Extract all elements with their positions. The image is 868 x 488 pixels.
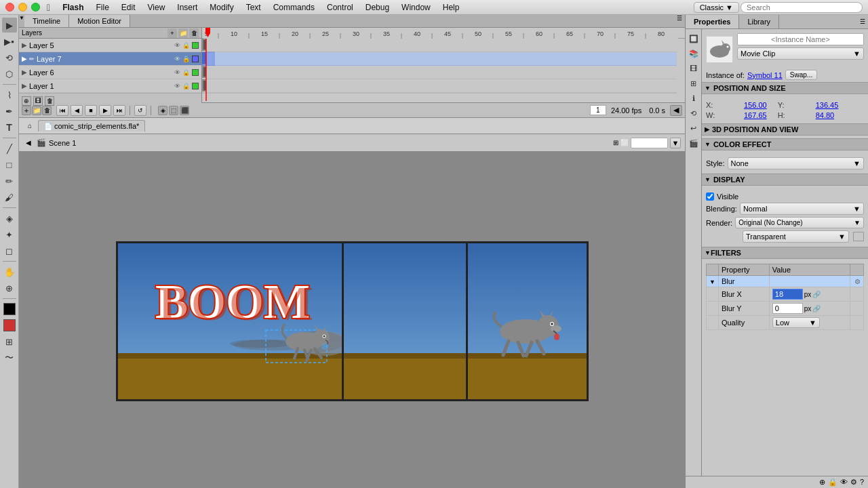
filters-header[interactable]: ▼ FILTERS (702, 247, 868, 259)
layer-row[interactable]: ▶ Layer 5 👁 🔒 (19, 39, 201, 52)
layer-row3[interactable]: ▶ Layer 6 👁 🔒 (19, 66, 201, 79)
snap-tool[interactable]: ⊞ (2, 334, 17, 349)
x-value[interactable]: 156.00 (744, 101, 767, 109)
maximize-button[interactable] (31, 3, 40, 12)
lock-icon4[interactable]: 🔒 (182, 83, 190, 89)
tab-library[interactable]: Library (739, 15, 779, 28)
status-icon-4[interactable]: ⚙ (850, 478, 857, 487)
text-tool[interactable]: T (2, 120, 17, 135)
tab-timeline[interactable]: Timeline (24, 15, 69, 27)
timeline-collapse[interactable]: ▼ (19, 15, 24, 21)
eye-icon4[interactable]: 👁 (174, 83, 180, 89)
add-layer-ctrl-btn[interactable]: + (22, 106, 31, 115)
blur-x-link-icon[interactable]: 🔗 (812, 291, 821, 298)
free-transform-tool[interactable]: ⟲ (2, 50, 17, 65)
align-icon[interactable]: ⊞ (687, 77, 701, 90)
scene-icon2[interactable]: 🎬 (687, 136, 701, 150)
blending-dropdown[interactable]: Normal ▼ (740, 203, 864, 215)
subselect-tool[interactable]: ▶▪ (2, 34, 17, 49)
stop-btn[interactable]: ■ (85, 105, 97, 116)
layer-row4[interactable]: ▶ Layer 1 👁 🔒 (19, 79, 201, 93)
library-icon[interactable]: 📚 (687, 47, 701, 60)
history-icon[interactable]: ↩ (687, 121, 701, 135)
zoom-tool[interactable]: ⊕ (2, 281, 17, 296)
color-picker-btn[interactable] (853, 232, 864, 241)
menu-control[interactable]: Control (321, 1, 359, 14)
blur-x-input[interactable] (772, 289, 803, 300)
menu-view[interactable]: View (142, 1, 171, 14)
zoom-dropdown-btn[interactable]: ▼ (670, 138, 681, 148)
add-folder-ctrl-btn[interactable]: 📁 (32, 106, 41, 115)
zoom-input[interactable]: 100% (631, 138, 668, 148)
play-btn[interactable]: ▶ (99, 105, 111, 116)
add-layer-btn[interactable]: + (167, 28, 177, 38)
search-input[interactable] (741, 2, 863, 13)
display-header[interactable]: ▼ DISPLAY (702, 174, 868, 186)
step-back-btn[interactable]: ◀ (71, 105, 83, 116)
classic-dropdown[interactable]: Classic ▼ (694, 2, 739, 13)
file-tab-item[interactable]: 📄 comic_strip_elements.fla* (38, 120, 145, 131)
fill-color[interactable] (3, 319, 16, 331)
menu-edit[interactable]: Edit (116, 1, 141, 14)
close-button[interactable] (5, 3, 14, 12)
gradient-tool[interactable]: ⬡ (2, 66, 17, 81)
lock-icon[interactable]: 🔒 (182, 42, 190, 49)
menu-debug[interactable]: Debug (360, 1, 395, 14)
fit-page-icon[interactable]: ⊞ (613, 139, 618, 146)
transparent-dropdown[interactable]: Transparent ▼ (743, 230, 849, 243)
select-tool[interactable]: ▶ (2, 18, 17, 33)
fit-page2-icon[interactable]: ⬜ (620, 139, 629, 146)
stage-back-btn[interactable]: ◀ (23, 138, 34, 148)
menu-text[interactable]: Text (241, 1, 267, 14)
lasso-tool[interactable]: ⌇ (2, 87, 17, 102)
timeline-menu-btn[interactable]: ◀ (670, 105, 682, 116)
go-end-btn[interactable]: ⏭ (113, 105, 125, 116)
y-value[interactable]: 136.45 (816, 101, 839, 109)
pen-tool[interactable]: ✒ (2, 104, 17, 119)
tab-properties[interactable]: Properties (686, 15, 739, 28)
blur-y-input[interactable] (772, 303, 803, 314)
line-tool[interactable]: ╱ (2, 141, 17, 156)
eyedropper-tool[interactable]: ✦ (2, 227, 17, 242)
eye-icon3[interactable]: 👁 (174, 69, 180, 76)
paint-bucket-tool[interactable]: ◈ (2, 211, 17, 226)
menu-insert[interactable]: Insert (172, 1, 203, 14)
lock-icon2[interactable]: 🔒 (182, 56, 190, 62)
visible-checkbox[interactable] (706, 192, 714, 201)
movie-clip-dropdown[interactable]: Movie Clip ▼ (737, 47, 864, 60)
menu-modify[interactable]: Modify (204, 1, 239, 14)
status-icon-5[interactable]: ? (860, 478, 864, 487)
breadcrumb-scene[interactable]: Scene 1 (49, 139, 76, 147)
minimize-button[interactable] (18, 3, 27, 12)
loop-btn[interactable]: ↺ (134, 105, 146, 116)
render-dropdown[interactable]: Original (No Change) ▼ (735, 217, 864, 228)
add-motion-btn[interactable]: 🎞 (33, 96, 43, 106)
go-start-btn[interactable]: ⏮ (56, 105, 68, 116)
quality-dropdown[interactable]: Low ▼ (772, 317, 820, 328)
onion-skin-outlines-btn[interactable]: ⬚ (169, 106, 178, 115)
menu-file[interactable]: File (90, 1, 114, 14)
menu-commands[interactable]: Commands (268, 1, 320, 14)
panel-options-btn[interactable]: ☰ (857, 15, 868, 28)
info-icon[interactable]: ℹ (687, 92, 701, 105)
delete-layer-ctrl-btn[interactable]: 🗑 (42, 106, 52, 115)
delete-frame-btn[interactable]: 🗑 (45, 96, 54, 106)
menu-flash[interactable]: Flash (57, 1, 89, 14)
stroke-color[interactable] (3, 303, 16, 315)
status-icon-3[interactable]: 👁 (840, 478, 848, 487)
motion-icon[interactable]: 🎞 (687, 62, 701, 75)
status-icon-2[interactable]: 🔒 (828, 478, 837, 487)
pencil-tool[interactable]: ✏ (2, 174, 17, 188)
transform-icon[interactable]: ⟲ (687, 106, 701, 120)
symbol-name-link[interactable]: Symbol 11 (747, 71, 783, 79)
rect-tool[interactable]: □ (2, 157, 17, 172)
w-value[interactable]: 167.65 (744, 111, 767, 119)
properties-icon[interactable]: 🔲 (687, 32, 701, 45)
canvas[interactable]: BOOM BOOM (19, 155, 685, 488)
home-btn[interactable]: ⌂ (24, 121, 35, 131)
color-effect-header[interactable]: ▼ COLOR EFFECT (702, 138, 868, 150)
blur-y-link-icon[interactable]: 🔗 (812, 305, 821, 312)
position-size-header[interactable]: ▼ POSITION AND SIZE (702, 82, 868, 94)
eye-icon[interactable]: 👁 (174, 42, 180, 49)
collapse-icon[interactable]: ▼ (709, 279, 715, 285)
